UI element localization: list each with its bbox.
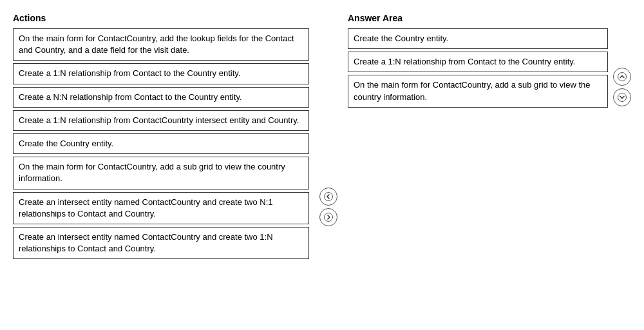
actions-title: Actions [13, 13, 309, 23]
answer-item[interactable]: On the main form for ContactCountry, add… [348, 75, 608, 107]
move-down-button[interactable] [613, 88, 631, 106]
move-left-button[interactable] [319, 188, 337, 206]
list-item[interactable]: Create an intersect entity named Contact… [13, 227, 309, 259]
list-item[interactable]: Create a 1:N relationship from ContactCo… [13, 110, 309, 131]
list-item[interactable]: On the main form for ContactCountry, add… [13, 157, 309, 189]
list-item[interactable]: Create the Country entity. [13, 133, 309, 154]
list-item[interactable]: Create a 1:N relationship from Contact t… [13, 63, 309, 84]
actions-list: On the main form for ContactCountry, add… [13, 28, 309, 262]
list-item[interactable]: Create a N:N relationship from Contact t… [13, 87, 309, 108]
answer-item[interactable]: Create a 1:N relationship from Contact t… [348, 52, 608, 72]
svg-point-2 [618, 73, 627, 81]
answer-item[interactable]: Create the Country entity. [348, 28, 608, 49]
svg-point-3 [618, 93, 627, 102]
answer-title: Answer Area [348, 13, 608, 23]
svg-point-0 [325, 193, 333, 201]
svg-point-1 [325, 213, 333, 222]
answer-list: Create the Country entity. Create a 1:N … [348, 28, 608, 108]
reorder-controls [608, 13, 631, 110]
list-item[interactable]: Create an intersect entity named Contact… [13, 192, 309, 224]
move-right-button[interactable] [319, 208, 337, 226]
move-up-button[interactable] [613, 68, 631, 86]
list-item[interactable]: On the main form for ContactCountry, add… [13, 28, 309, 61]
transfer-controls [309, 13, 348, 317]
